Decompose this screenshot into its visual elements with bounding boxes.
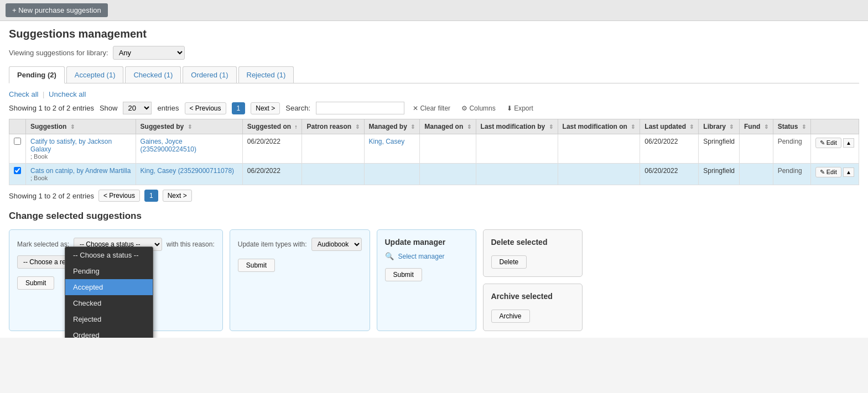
col-managed-on[interactable]: Managed on ⇕ xyxy=(420,119,476,134)
col-fund[interactable]: Fund ⇕ xyxy=(740,119,773,134)
suggestions-table: Suggestion ⇕ Suggested by ⇕ Suggested on… xyxy=(9,119,859,185)
row2-suggestion-link[interactable]: Cats on catnip, by Andrew Martilla xyxy=(30,167,131,175)
dropdown-item-pending[interactable]: Pending xyxy=(65,263,153,279)
tab-checked[interactable]: Checked (1) xyxy=(125,66,181,83)
sort-status-icon: ⇕ xyxy=(802,124,806,130)
row1-last-mod-by xyxy=(476,134,558,164)
separator: | xyxy=(43,90,46,98)
status-dropdown-overlay: -- Choose a status -- Pending Accepted C… xyxy=(65,247,153,338)
show-entries-select[interactable]: 10 20 50 100 xyxy=(123,102,152,114)
row1-move-up-button[interactable]: ▲ xyxy=(843,138,854,148)
col-checkbox xyxy=(9,119,26,134)
tab-ordered[interactable]: Ordered (1) xyxy=(183,66,236,83)
col-last-updated[interactable]: Last updated ⇕ xyxy=(640,119,699,134)
sort-last-mod-on-icon: ⇕ xyxy=(631,124,635,130)
col-patron-reason[interactable]: Patron reason ⇕ xyxy=(302,119,364,134)
col-suggested-by-label: Suggested by xyxy=(141,123,184,130)
row1-checkbox[interactable] xyxy=(14,138,21,145)
x-icon: ✕ xyxy=(413,104,418,112)
row2-status-badge: Pending xyxy=(778,167,802,175)
archive-panel-title: Archive selected xyxy=(491,292,574,301)
tab-rejected[interactable]: Rejected (1) xyxy=(238,66,294,83)
row2-status: Pending xyxy=(773,164,810,185)
row1-suggested-by-link[interactable]: Gaines, Joyce (23529000224510) xyxy=(141,138,196,153)
row1-managed-by: King, Casey xyxy=(364,134,420,164)
bottom-page-1-btn[interactable]: 1 xyxy=(144,190,158,202)
library-select[interactable]: Any Springfield Shelbyville xyxy=(113,46,185,60)
row2-edit-button[interactable]: ✎ Edit xyxy=(815,167,841,177)
reason-label: with this reason: xyxy=(167,240,215,248)
item-types-label: Update item types with: xyxy=(238,240,307,248)
top-bar: + New purchase suggestion xyxy=(0,0,868,21)
row2-actions: ✎ Edit ▲ xyxy=(810,164,859,185)
gear-icon: ⚙ xyxy=(461,104,467,112)
row1-suggestion-link[interactable]: Catify to satisfy, by Jackson Galaxy xyxy=(30,138,112,153)
col-managed-on-label: Managed on xyxy=(424,123,463,130)
col-last-mod-by[interactable]: Last modification by ⇕ xyxy=(476,119,558,134)
row1-checkbox-cell xyxy=(9,134,26,164)
check-links: Check all | Uncheck all xyxy=(9,90,859,98)
check-all-link[interactable]: Check all xyxy=(9,90,38,98)
prev-btn[interactable]: < Previous xyxy=(185,102,226,114)
sort-suggestion-icon: ⇕ xyxy=(70,124,75,130)
row2-suggested-by: King, Casey (23529000711078) xyxy=(136,164,242,185)
clear-filter-label: Clear filter xyxy=(420,104,450,112)
col-managed-by[interactable]: Managed by ⇕ xyxy=(364,119,420,134)
archive-button[interactable]: Archive xyxy=(491,310,530,323)
main-content: Suggestions management Viewing suggestio… xyxy=(0,21,868,338)
col-suggested-on[interactable]: Suggested on ↑ xyxy=(242,119,302,134)
tab-accepted[interactable]: Accepted (1) xyxy=(66,66,124,83)
item-types-row: Update item types with: Audiobook Book D… xyxy=(238,238,362,251)
uncheck-all-link[interactable]: Uncheck all xyxy=(49,90,86,98)
row2-move-up-button[interactable]: ▲ xyxy=(843,167,854,177)
columns-button[interactable]: ⚙ Columns xyxy=(459,103,498,113)
export-button[interactable]: ⬇ Export xyxy=(504,103,536,113)
columns-label: Columns xyxy=(469,104,495,112)
row1-actions: ✎ Edit ▲ xyxy=(810,134,859,164)
row2-suggested-by-link[interactable]: King, Casey (23529000711078) xyxy=(141,167,234,175)
row2-checkbox[interactable] xyxy=(14,167,21,174)
row2-fund xyxy=(740,164,773,185)
dropdown-item-placeholder[interactable]: -- Choose a status -- xyxy=(65,247,153,263)
entries-label: entries xyxy=(157,104,179,112)
bottom-prev-btn[interactable]: < Previous xyxy=(98,190,140,202)
row1-library: Springfield xyxy=(699,134,740,164)
new-suggestion-button[interactable]: + New purchase suggestion xyxy=(6,3,108,17)
col-suggestion[interactable]: Suggestion ⇕ xyxy=(26,119,136,134)
sort-last-updated-icon: ⇕ xyxy=(689,124,694,130)
bottom-next-btn[interactable]: Next > xyxy=(163,190,192,202)
tab-pending[interactable]: Pending (2) xyxy=(9,66,65,83)
delete-button[interactable]: Delete xyxy=(491,255,527,269)
table-row: Cats on catnip, by Andrew Martilla ; Boo… xyxy=(9,164,859,185)
row2-suggested-on: 06/20/2022 xyxy=(242,164,302,185)
update-manager-panel: Update manager 🔍 Select manager Submit xyxy=(377,229,476,331)
row2-last-mod-by xyxy=(476,164,558,185)
row1-managed-by-link[interactable]: King, Casey xyxy=(369,138,405,145)
col-suggested-by[interactable]: Suggested by ⇕ xyxy=(136,119,242,134)
update-manager-title: Update manager xyxy=(385,238,468,247)
sort-patron-reason-icon: ⇕ xyxy=(355,124,360,130)
row1-edit-button[interactable]: ✎ Edit xyxy=(815,138,841,148)
show-label: Show xyxy=(100,104,118,112)
change-section-title: Change selected suggestions xyxy=(9,211,859,222)
clear-filter-button[interactable]: ✕ Clear filter xyxy=(410,103,453,113)
sort-library-icon: ⇕ xyxy=(729,124,734,130)
search-input[interactable] xyxy=(316,102,404,114)
col-last-mod-on[interactable]: Last modification on ⇕ xyxy=(558,119,640,134)
col-library[interactable]: Library ⇕ xyxy=(699,119,740,134)
dropdown-item-checked[interactable]: Checked xyxy=(65,295,153,311)
col-status[interactable]: Status ⇕ xyxy=(773,119,810,134)
item-type-select[interactable]: Audiobook Book DVD Magazine xyxy=(311,238,362,251)
manager-submit-button[interactable]: Submit xyxy=(385,268,422,281)
dropdown-item-ordered[interactable]: Ordered xyxy=(65,327,153,338)
dropdown-item-rejected[interactable]: Rejected xyxy=(65,311,153,327)
showing-text: Showing 1 to 2 of 2 entries xyxy=(9,104,94,112)
item-types-submit-button[interactable]: Submit xyxy=(238,259,275,272)
archive-panel: Archive selected Archive xyxy=(483,284,583,331)
select-manager-link[interactable]: Select manager xyxy=(398,253,445,260)
dropdown-item-accepted[interactable]: Accepted xyxy=(65,279,153,295)
row1-patron-reason xyxy=(302,134,364,164)
next-btn[interactable]: Next > xyxy=(251,102,280,114)
page-1-btn[interactable]: 1 xyxy=(232,102,246,114)
mark-status-submit-button[interactable]: Submit xyxy=(17,276,54,290)
